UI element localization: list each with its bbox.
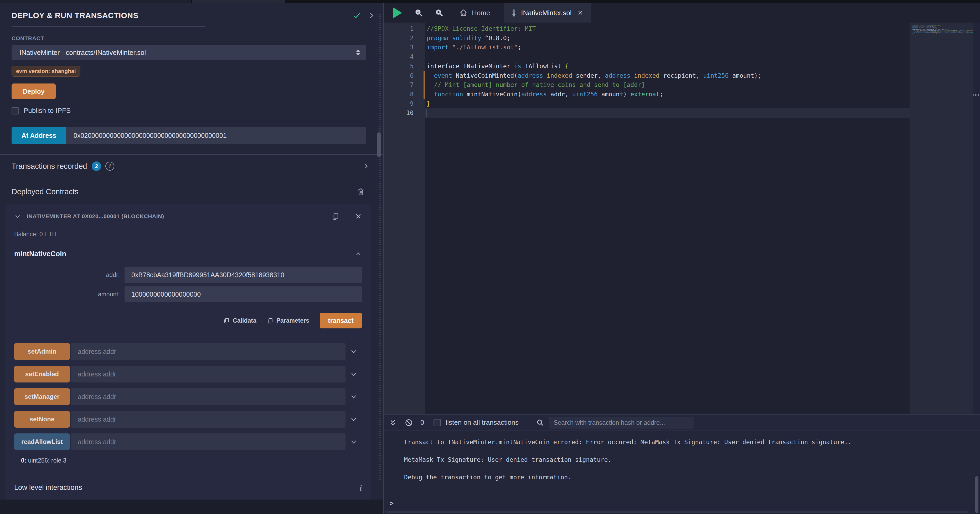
copy-calldata-label: Calldata: [233, 317, 256, 324]
transact-button[interactable]: transact: [320, 313, 362, 328]
clear-console-ban-icon[interactable]: [405, 419, 413, 427]
browser-tab-sliver: [192, 0, 285, 3]
transactions-expand-chevron-icon[interactable]: [363, 162, 369, 170]
contract-select[interactable]: INativeMinter - contracts/INativeMinter.…: [11, 44, 366, 60]
tab-home-label: Home: [472, 9, 490, 17]
setAdmin-input[interactable]: [71, 343, 345, 360]
transactions-count-badge: 2: [92, 162, 101, 171]
readAllowList-input[interactable]: [71, 433, 345, 450]
panel-collapse-chevron-icon[interactable]: [368, 11, 375, 19]
check-icon: [352, 11, 361, 20]
open-function-name: mintNativeCoin: [14, 250, 66, 258]
terminal-hscrollbar[interactable]: [385, 511, 969, 513]
divider: [0, 178, 383, 178]
addr-field-row: addr:: [14, 267, 362, 283]
contract-select-value: INativeMinter - contracts/INativeMinter.…: [19, 49, 146, 57]
instance-title-row[interactable]: INATIVEMINTER AT 0X020...00001 (BLOCKCHA…: [14, 212, 362, 221]
instance-balance: Balance: 0 ETH: [14, 231, 362, 238]
search-icon: [536, 419, 544, 427]
zoom-in-icon[interactable]: [434, 8, 444, 17]
setNone-input[interactable]: [71, 411, 345, 428]
tab-home[interactable]: Home: [452, 3, 497, 22]
solidity-icon: [511, 9, 517, 17]
minimap[interactable]: //SPDX-License-Identifier: MITpragma sol…: [910, 22, 973, 414]
overview-ruler[interactable]: [973, 22, 980, 414]
info-icon[interactable]: i: [105, 162, 114, 171]
panel-title: DEPLOY & RUN TRANSACTIONS: [11, 11, 138, 20]
function-row-setNone: setNone: [14, 411, 362, 428]
select-caret-icon: [356, 50, 360, 56]
window-top-strip: [0, 0, 980, 3]
setManager-button[interactable]: setManager: [14, 388, 70, 405]
panel-scrollbar-thumb[interactable]: [377, 132, 381, 157]
run-script-play-icon[interactable]: [393, 7, 402, 18]
readAllowList-button[interactable]: readAllowList: [14, 433, 70, 450]
evm-version-badge: evm version: shanghai: [11, 66, 80, 77]
at-address-row: At Address: [11, 127, 366, 144]
terminal-prompt[interactable]: >: [389, 499, 394, 507]
setManager-input[interactable]: [71, 388, 345, 405]
terminal-search-input[interactable]: [549, 417, 694, 428]
listen-all-transactions-checkbox[interactable]: [434, 419, 441, 426]
info-icon[interactable]: i: [360, 484, 362, 492]
publish-ipfs-label: Publish to IPFS: [24, 106, 71, 115]
chevron-down-icon[interactable]: [345, 393, 362, 400]
function-row-setEnabled: setEnabled: [14, 366, 362, 382]
setAdmin-button[interactable]: setAdmin: [14, 343, 70, 360]
terminal: 0 listen on all transactions transact to…: [383, 414, 980, 514]
setNone-button[interactable]: setNone: [14, 411, 70, 428]
chevron-down-icon[interactable]: [345, 439, 362, 445]
terminal-log-line: Debug the transaction to get more inform…: [404, 474, 980, 481]
deploy-button[interactable]: Deploy: [11, 84, 56, 99]
function-list: setAdminsetEnabledsetManagersetNonereadA…: [14, 343, 362, 450]
transactions-recorded-row: Transactions recorded 2 i: [11, 155, 366, 178]
copy-calldata-button[interactable]: Calldata: [223, 317, 256, 324]
amount-field-input[interactable]: [124, 286, 362, 302]
copy-icon: [223, 317, 230, 324]
chevron-down-icon[interactable]: [14, 213, 21, 219]
terminal-expand-double-chevron-icon[interactable]: [389, 418, 397, 427]
addr-field-input[interactable]: [124, 267, 362, 283]
function-action-row: Calldata Parameters transact: [14, 313, 362, 328]
chevron-down-icon[interactable]: [345, 348, 362, 355]
chevron-up-icon[interactable]: [355, 251, 362, 257]
minimap-lines: //SPDX-License-Identifier: MITpragma sol…: [912, 25, 973, 35]
tab-inativeminter[interactable]: INativeMinter.sol: [504, 3, 590, 22]
copy-parameters-button[interactable]: Parameters: [267, 317, 309, 324]
at-address-button[interactable]: At Address: [11, 127, 66, 144]
instance-title: INATIVEMINTER AT 0X020...00001 (BLOCKCHA…: [27, 213, 164, 219]
chevron-down-icon[interactable]: [345, 416, 362, 422]
trash-icon[interactable]: [356, 187, 365, 196]
terminal-header: 0 listen on all transactions: [383, 414, 980, 431]
header-underline: [11, 26, 205, 27]
terminal-scrollbar-thumb[interactable]: [975, 476, 978, 513]
publish-ipfs-checkbox[interactable]: [11, 107, 19, 114]
panel-scrollbar-track[interactable]: [377, 14, 381, 481]
function-row-setAdmin: setAdmin: [14, 343, 362, 360]
tab-close-icon[interactable]: [578, 10, 583, 16]
addr-field-label: addr:: [14, 271, 124, 279]
low-level-header: Low level interactions i: [14, 484, 362, 492]
at-address-input[interactable]: [66, 127, 366, 144]
terminal-count: 0: [420, 419, 424, 427]
amount-field-row: amount:: [14, 286, 362, 302]
close-icon[interactable]: [355, 213, 362, 220]
chevron-down-icon[interactable]: [345, 371, 362, 377]
code-area[interactable]: //SPDX-License-Identifier: MITpragma sol…: [425, 22, 910, 414]
code-editor[interactable]: 12345678910 //SPDX-License-Identifier: M…: [383, 22, 980, 414]
function-output-value: uint256: role 3: [26, 457, 66, 464]
deployed-contract-instance-card: INATIVEMINTER AT 0X020...00001 (BLOCKCHA…: [5, 204, 371, 514]
publish-ipfs-row: Publish to IPFS: [11, 106, 366, 115]
zoom-out-icon[interactable]: [414, 8, 423, 17]
open-function-header: mintNativeCoin: [14, 250, 362, 258]
contract-label: CONTRACT: [11, 35, 366, 41]
setEnabled-button[interactable]: setEnabled: [14, 366, 70, 382]
copy-icon[interactable]: [331, 212, 339, 221]
terminal-log-line: MetaMask Tx Signature: User denied trans…: [404, 456, 980, 463]
setEnabled-input[interactable]: [71, 366, 345, 382]
function-output: 0: uint256: role 3: [14, 457, 362, 464]
terminal-log: transact to INativeMinter.mintNativeCoin…: [383, 431, 980, 481]
ruler-marker: [974, 94, 980, 96]
listen-all-transactions-label: listen on all transactions: [445, 419, 519, 427]
panel-header: DEPLOY & RUN TRANSACTIONS: [11, 3, 366, 20]
